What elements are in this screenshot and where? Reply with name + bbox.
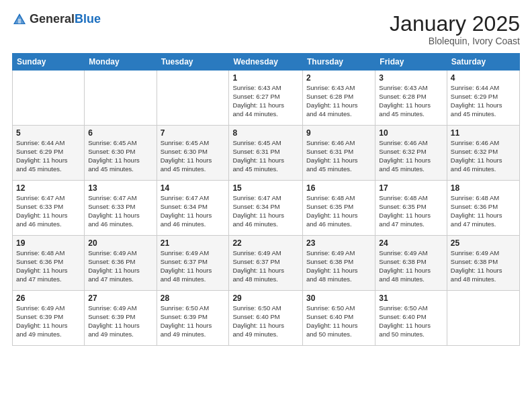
calendar-cell <box>85 71 157 126</box>
day-number: 22 <box>232 238 299 248</box>
weekday-header-sunday: Sunday <box>13 54 85 71</box>
calendar-cell <box>13 71 85 126</box>
day-number: 4 <box>451 73 516 83</box>
calendar-cell: 24Sunrise: 6:49 AM Sunset: 6:38 PM Dayli… <box>375 236 447 291</box>
day-info: Sunrise: 6:50 AM Sunset: 6:39 PM Dayligh… <box>161 304 226 338</box>
day-info: Sunrise: 6:43 AM Sunset: 6:27 PM Dayligh… <box>232 84 299 118</box>
weekday-header-saturday: Saturday <box>447 54 519 71</box>
day-number: 6 <box>88 128 152 138</box>
day-info: Sunrise: 6:49 AM Sunset: 6:38 PM Dayligh… <box>306 249 371 283</box>
calendar-week-1: 1Sunrise: 6:43 AM Sunset: 6:27 PM Daylig… <box>13 71 520 126</box>
day-info: Sunrise: 6:50 AM Sunset: 6:40 PM Dayligh… <box>306 304 371 338</box>
calendar-table: SundayMondayTuesdayWednesdayThursdayFrid… <box>12 53 520 346</box>
day-number: 26 <box>16 293 81 303</box>
day-info: Sunrise: 6:47 AM Sunset: 6:33 PM Dayligh… <box>88 194 152 228</box>
day-number: 15 <box>232 183 299 193</box>
day-info: Sunrise: 6:49 AM Sunset: 6:37 PM Dayligh… <box>161 249 226 283</box>
day-info: Sunrise: 6:49 AM Sunset: 6:39 PM Dayligh… <box>88 304 152 338</box>
logo-icon <box>12 12 27 27</box>
day-info: Sunrise: 6:48 AM Sunset: 6:36 PM Dayligh… <box>16 249 81 283</box>
calendar-cell: 8Sunrise: 6:45 AM Sunset: 6:31 PM Daylig… <box>229 126 303 181</box>
day-info: Sunrise: 6:49 AM Sunset: 6:38 PM Dayligh… <box>451 249 516 283</box>
calendar-cell: 1Sunrise: 6:43 AM Sunset: 6:27 PM Daylig… <box>229 71 303 126</box>
weekday-header-row: SundayMondayTuesdayWednesdayThursdayFrid… <box>13 54 520 71</box>
day-number: 16 <box>306 183 371 193</box>
day-info: Sunrise: 6:48 AM Sunset: 6:35 PM Dayligh… <box>306 194 371 228</box>
day-info: Sunrise: 6:43 AM Sunset: 6:28 PM Dayligh… <box>379 84 443 118</box>
day-info: Sunrise: 6:45 AM Sunset: 6:31 PM Dayligh… <box>232 139 299 173</box>
calendar-cell: 9Sunrise: 6:46 AM Sunset: 6:31 PM Daylig… <box>303 126 375 181</box>
day-number: 13 <box>88 183 152 193</box>
day-info: Sunrise: 6:46 AM Sunset: 6:32 PM Dayligh… <box>379 139 443 173</box>
calendar-week-3: 12Sunrise: 6:47 AM Sunset: 6:33 PM Dayli… <box>13 181 520 236</box>
calendar-cell: 20Sunrise: 6:49 AM Sunset: 6:36 PM Dayli… <box>85 236 157 291</box>
calendar-week-4: 19Sunrise: 6:48 AM Sunset: 6:36 PM Dayli… <box>13 236 520 291</box>
calendar-cell: 23Sunrise: 6:49 AM Sunset: 6:38 PM Dayli… <box>303 236 375 291</box>
calendar-cell: 18Sunrise: 6:48 AM Sunset: 6:36 PM Dayli… <box>447 181 519 236</box>
header: GeneralBlue January 2025 Blolequin, Ivor… <box>12 12 520 46</box>
page: GeneralBlue January 2025 Blolequin, Ivor… <box>0 0 532 411</box>
day-info: Sunrise: 6:47 AM Sunset: 6:33 PM Dayligh… <box>16 194 81 228</box>
day-info: Sunrise: 6:49 AM Sunset: 6:36 PM Dayligh… <box>88 249 152 283</box>
day-number: 5 <box>16 128 81 138</box>
day-number: 30 <box>306 293 371 303</box>
day-number: 27 <box>88 293 152 303</box>
day-number: 9 <box>306 128 371 138</box>
weekday-header-wednesday: Wednesday <box>229 54 303 71</box>
calendar-title: January 2025 <box>390 12 520 36</box>
day-info: Sunrise: 6:45 AM Sunset: 6:30 PM Dayligh… <box>161 139 226 173</box>
calendar-week-2: 5Sunrise: 6:44 AM Sunset: 6:29 PM Daylig… <box>13 126 520 181</box>
day-number: 28 <box>161 293 226 303</box>
calendar-cell: 14Sunrise: 6:47 AM Sunset: 6:34 PM Dayli… <box>157 181 229 236</box>
day-info: Sunrise: 6:50 AM Sunset: 6:40 PM Dayligh… <box>232 304 299 338</box>
day-number: 17 <box>379 183 443 193</box>
calendar-location: Blolequin, Ivory Coast <box>390 36 520 46</box>
calendar-cell: 30Sunrise: 6:50 AM Sunset: 6:40 PM Dayli… <box>303 291 375 346</box>
day-info: Sunrise: 6:47 AM Sunset: 6:34 PM Dayligh… <box>232 194 299 228</box>
calendar-cell: 21Sunrise: 6:49 AM Sunset: 6:37 PM Dayli… <box>157 236 229 291</box>
logo-text: GeneralBlue <box>30 13 101 26</box>
calendar-cell: 3Sunrise: 6:43 AM Sunset: 6:28 PM Daylig… <box>375 71 447 126</box>
calendar-cell <box>447 291 519 346</box>
day-number: 12 <box>16 183 81 193</box>
calendar-cell: 27Sunrise: 6:49 AM Sunset: 6:39 PM Dayli… <box>85 291 157 346</box>
calendar-cell: 6Sunrise: 6:45 AM Sunset: 6:30 PM Daylig… <box>85 126 157 181</box>
weekday-header-tuesday: Tuesday <box>157 54 229 71</box>
svg-rect-2 <box>18 19 21 24</box>
logo-blue: Blue <box>75 13 101 26</box>
day-info: Sunrise: 6:44 AM Sunset: 6:29 PM Dayligh… <box>451 84 516 118</box>
title-block: January 2025 Blolequin, Ivory Coast <box>390 12 520 46</box>
calendar-cell: 28Sunrise: 6:50 AM Sunset: 6:39 PM Dayli… <box>157 291 229 346</box>
day-number: 31 <box>379 293 443 303</box>
day-number: 14 <box>161 183 226 193</box>
day-info: Sunrise: 6:49 AM Sunset: 6:38 PM Dayligh… <box>379 249 443 283</box>
calendar-cell: 22Sunrise: 6:49 AM Sunset: 6:37 PM Dayli… <box>229 236 303 291</box>
day-number: 11 <box>451 128 516 138</box>
calendar-cell: 26Sunrise: 6:49 AM Sunset: 6:39 PM Dayli… <box>13 291 85 346</box>
day-info: Sunrise: 6:49 AM Sunset: 6:37 PM Dayligh… <box>232 249 299 283</box>
day-info: Sunrise: 6:46 AM Sunset: 6:32 PM Dayligh… <box>451 139 516 173</box>
logo: GeneralBlue <box>12 12 101 27</box>
day-info: Sunrise: 6:49 AM Sunset: 6:39 PM Dayligh… <box>16 304 81 338</box>
day-number: 10 <box>379 128 443 138</box>
calendar-cell: 4Sunrise: 6:44 AM Sunset: 6:29 PM Daylig… <box>447 71 519 126</box>
day-info: Sunrise: 6:46 AM Sunset: 6:31 PM Dayligh… <box>306 139 371 173</box>
calendar-cell: 10Sunrise: 6:46 AM Sunset: 6:32 PM Dayli… <box>375 126 447 181</box>
day-info: Sunrise: 6:43 AM Sunset: 6:28 PM Dayligh… <box>306 84 371 118</box>
day-number: 25 <box>451 238 516 248</box>
calendar-cell: 7Sunrise: 6:45 AM Sunset: 6:30 PM Daylig… <box>157 126 229 181</box>
weekday-header-monday: Monday <box>85 54 157 71</box>
calendar-cell: 31Sunrise: 6:50 AM Sunset: 6:40 PM Dayli… <box>375 291 447 346</box>
calendar-cell: 29Sunrise: 6:50 AM Sunset: 6:40 PM Dayli… <box>229 291 303 346</box>
day-info: Sunrise: 6:47 AM Sunset: 6:34 PM Dayligh… <box>161 194 226 228</box>
calendar-cell: 5Sunrise: 6:44 AM Sunset: 6:29 PM Daylig… <box>13 126 85 181</box>
day-info: Sunrise: 6:48 AM Sunset: 6:35 PM Dayligh… <box>379 194 443 228</box>
calendar-week-5: 26Sunrise: 6:49 AM Sunset: 6:39 PM Dayli… <box>13 291 520 346</box>
day-info: Sunrise: 6:50 AM Sunset: 6:40 PM Dayligh… <box>379 304 443 338</box>
logo-general: General <box>30 13 75 26</box>
calendar-cell: 12Sunrise: 6:47 AM Sunset: 6:33 PM Dayli… <box>13 181 85 236</box>
calendar-cell <box>157 71 229 126</box>
day-number: 1 <box>232 73 299 83</box>
day-number: 21 <box>161 238 226 248</box>
day-number: 29 <box>232 293 299 303</box>
